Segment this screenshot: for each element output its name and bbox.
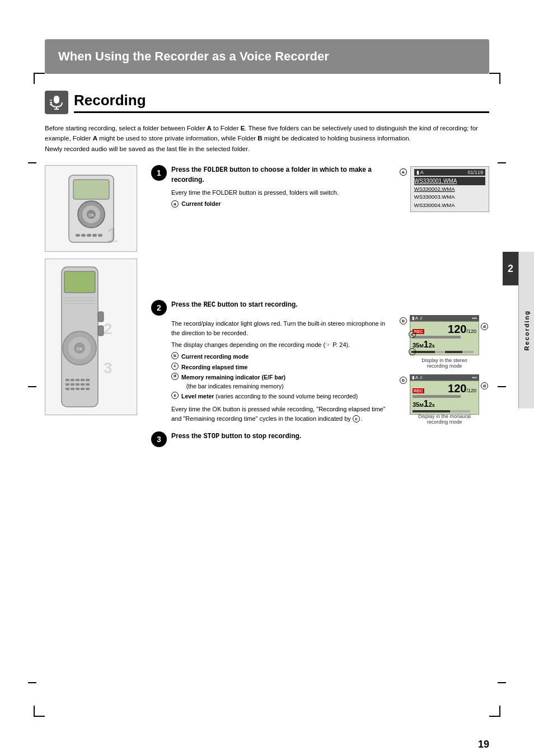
- rec-number: 120: [448, 323, 466, 335]
- ef-bar: [413, 336, 461, 339]
- annotation-b-text: Current recording mode: [181, 352, 249, 361]
- content-area: OK 1: [45, 165, 489, 457]
- step-1-body: Every time the FOLDER button is pressed,…: [171, 188, 394, 198]
- mono-caption: Display in the monauralrecording mode: [400, 414, 489, 425]
- side-mark-right-top: [498, 162, 506, 163]
- rec-display-stereo: ▮ A ♬ ▪▪▪ REC 120: [410, 315, 479, 355]
- corner-mark-tl: [34, 73, 45, 84]
- rec-number-mono: 120: [448, 383, 466, 394]
- ce-labels: c e: [409, 331, 417, 355]
- svg-rect-29: [65, 379, 69, 381]
- level-bar-l: [413, 351, 444, 353]
- section-title: Recording: [74, 92, 489, 113]
- step-2-badge: 2: [151, 300, 167, 316]
- display-3-row: b ▮ A ♬ ▪▪▪ REC: [400, 374, 489, 415]
- file-4: WS330004.WMA: [414, 201, 485, 209]
- chapter-tab: Recording: [518, 252, 534, 408]
- time-m-mono: M: [419, 402, 424, 408]
- step-1-title: Press the FOLDER button to choose a fold…: [171, 165, 394, 185]
- svg-text:1: 1: [106, 224, 118, 247]
- svg-rect-24: [98, 326, 104, 336]
- step-3-badge: 3: [151, 431, 167, 447]
- svg-rect-30: [71, 379, 74, 381]
- device-image-1: OK 1: [45, 165, 137, 252]
- chapter-number-tab: 2: [503, 252, 518, 285]
- display-b-label: b: [400, 317, 407, 325]
- svg-rect-7: [73, 180, 109, 199]
- display-screen-1-wrapper: a ▮ A 01/119 WS330001.WMA WS330002.WMA W…: [400, 166, 489, 215]
- page: Recording 2 When Using the Recorder as a…: [0, 39, 534, 756]
- time-s: s: [432, 343, 435, 349]
- time-1-mono: 1: [424, 399, 429, 409]
- screen-1-header: ▮ A 01/119: [414, 169, 485, 176]
- svg-text:3: 3: [104, 359, 113, 377]
- rec-display-mono: ▮ A ♬ ▪▪▪ REC 120 /120: [410, 374, 479, 415]
- file-1: WS330001.WMA: [414, 177, 485, 185]
- svg-rect-35: [71, 383, 74, 386]
- side-mark-left-top: [28, 162, 36, 163]
- rec-indicator-mono: REC: [413, 388, 424, 393]
- svg-rect-38: [86, 383, 90, 386]
- chapter-number: 2: [508, 263, 513, 275]
- svg-rect-36: [76, 383, 79, 386]
- side-mark-right-mid: [498, 386, 506, 387]
- display-screen-3-wrapper: b ▮ A ♬ ▪▪▪ REC: [400, 374, 489, 425]
- side-mark-left-mid: [28, 386, 36, 387]
- level-meter-stereo: [413, 351, 476, 353]
- level-bar-r: [445, 351, 474, 353]
- svg-text:OK: OK: [77, 347, 82, 351]
- svg-rect-39: [65, 388, 69, 390]
- svg-text:OK: OK: [88, 213, 93, 217]
- step-2-header: 2 Press the REC button to start recordin…: [151, 300, 394, 316]
- annotation-b-circle: b: [171, 352, 179, 359]
- display-b2-label: b: [400, 377, 407, 384]
- display-screen-1: ▮ A 01/119 WS330001.WMA WS330002.WMA WS3…: [410, 166, 489, 212]
- section-heading: Recording: [45, 91, 489, 114]
- step-3-header: 3 Press the STOP button to stop recordin…: [151, 431, 394, 447]
- svg-rect-23: [98, 312, 104, 322]
- screen-1-count: 01/119: [467, 170, 483, 175]
- svg-rect-0: [54, 96, 59, 104]
- rec-folder-mono: ▮ A ♬: [412, 375, 423, 380]
- side-mark-left-bot: [28, 682, 36, 683]
- svg-rect-31: [76, 379, 79, 381]
- intro-text: Before starting recording, select a fold…: [45, 123, 489, 154]
- annotation-c-circle: c: [171, 363, 179, 370]
- step-2-title: Press the REC button to start recording.: [171, 300, 298, 310]
- stereo-caption: Display in the stereorecording mode: [400, 358, 489, 369]
- svg-rect-14: [87, 234, 91, 237]
- annotation-a-circle: a: [171, 200, 179, 208]
- rec-battery-mono: ▪▪▪: [472, 375, 477, 380]
- svg-rect-32: [81, 379, 85, 381]
- display-spacer: [400, 220, 489, 315]
- display-screens-col: a ▮ A 01/119 WS330001.WMA WS330002.WMA W…: [400, 165, 489, 457]
- svg-text:2: 2: [104, 320, 113, 337]
- device-side-svg: OK: [48, 261, 134, 412]
- file-3: WS330003.WMA: [414, 193, 485, 201]
- svg-rect-41: [76, 388, 79, 390]
- page-title: When Using the Recorder as a Voice Recor…: [58, 49, 476, 64]
- chapter-tab-label: Recording: [523, 310, 530, 350]
- annotation-d-circle: d: [171, 373, 179, 380]
- time-35-mono: 35: [413, 401, 419, 408]
- rec-divider: /120: [466, 328, 476, 334]
- device-top-svg: OK 1: [52, 170, 130, 248]
- display-c-label: c: [409, 331, 416, 338]
- svg-rect-13: [81, 234, 86, 237]
- file-2: WS330002.WMA: [414, 185, 485, 193]
- annotation-c-text: Recording elapsed time: [181, 363, 247, 372]
- corner-mark-bl: [34, 706, 45, 717]
- svg-rect-19: [64, 271, 95, 293]
- svg-rect-16: [98, 234, 102, 237]
- rec-folder: ▮ A ♬: [412, 316, 423, 321]
- display-e-label: e: [409, 348, 416, 355]
- step-1-badge: 1: [151, 165, 167, 181]
- time-1: 1: [424, 340, 429, 350]
- step-1-annotation: a Current folder: [171, 200, 394, 208]
- rec-divider-mono: /120: [466, 388, 476, 393]
- device-images-col: OK 1: [45, 165, 146, 457]
- corner-mark-br: [489, 706, 500, 717]
- display-annotation-a: a: [400, 168, 407, 176]
- svg-rect-12: [76, 234, 80, 237]
- display-d2-label: d: [481, 382, 488, 389]
